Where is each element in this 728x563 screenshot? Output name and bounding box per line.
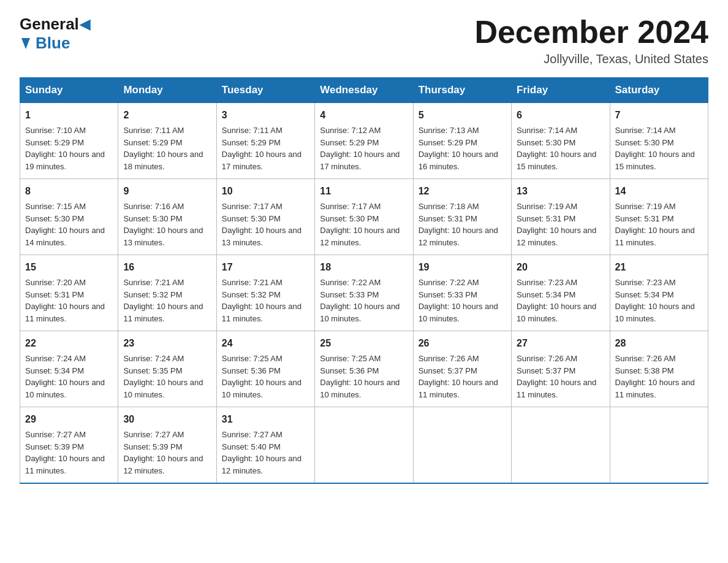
day-number: 9	[123, 184, 211, 199]
calendar-cell: 11Sunrise: 7:17 AMSunset: 5:30 PMDayligh…	[315, 179, 413, 255]
calendar-cell: 24Sunrise: 7:25 AMSunset: 5:36 PMDayligh…	[216, 331, 314, 407]
day-info: Sunrise: 7:26 AMSunset: 5:37 PMDaylight:…	[517, 354, 596, 399]
day-info: Sunrise: 7:10 AMSunset: 5:29 PMDaylight:…	[25, 126, 105, 171]
header-thursday: Thursday	[413, 78, 511, 103]
calendar-cell: 18Sunrise: 7:22 AMSunset: 5:33 PMDayligh…	[315, 255, 413, 331]
calendar-cell: 16Sunrise: 7:21 AMSunset: 5:32 PMDayligh…	[118, 255, 216, 331]
day-number: 23	[123, 336, 211, 351]
day-info: Sunrise: 7:11 AMSunset: 5:29 PMDaylight:…	[123, 126, 203, 171]
calendar-cell: 20Sunrise: 7:23 AMSunset: 5:34 PMDayligh…	[512, 255, 610, 331]
logo-general-text: General	[20, 15, 79, 34]
day-number: 11	[320, 184, 408, 199]
header-monday: Monday	[118, 78, 216, 103]
day-info: Sunrise: 7:13 AMSunset: 5:29 PMDaylight:…	[419, 126, 498, 171]
day-info: Sunrise: 7:19 AMSunset: 5:31 PMDaylight:…	[615, 202, 695, 247]
calendar-cell: 25Sunrise: 7:25 AMSunset: 5:36 PMDayligh…	[315, 331, 413, 407]
calendar-cell: 31Sunrise: 7:27 AMSunset: 5:40 PMDayligh…	[216, 407, 314, 484]
header-saturday: Saturday	[610, 78, 708, 103]
day-number: 13	[517, 184, 604, 199]
calendar-cell	[315, 407, 413, 484]
calendar-cell: 2Sunrise: 7:11 AMSunset: 5:29 PMDaylight…	[118, 103, 216, 179]
calendar-subtitle: Jollyville, Texas, United States	[474, 52, 708, 66]
day-number: 22	[25, 336, 113, 351]
day-number: 12	[419, 184, 506, 199]
day-number: 15	[25, 260, 113, 275]
day-info: Sunrise: 7:26 AMSunset: 5:37 PMDaylight:…	[419, 354, 498, 399]
calendar-cell: 1Sunrise: 7:10 AMSunset: 5:29 PMDaylight…	[20, 103, 118, 179]
day-info: Sunrise: 7:22 AMSunset: 5:33 PMDaylight:…	[419, 278, 498, 323]
logo: General ◀ Blue	[20, 15, 90, 53]
calendar-cell: 14Sunrise: 7:19 AMSunset: 5:31 PMDayligh…	[610, 179, 708, 255]
calendar-week-1: 1Sunrise: 7:10 AMSunset: 5:29 PMDaylight…	[20, 103, 708, 179]
day-info: Sunrise: 7:20 AMSunset: 5:31 PMDaylight:…	[25, 278, 105, 323]
calendar-cell	[610, 407, 708, 484]
day-info: Sunrise: 7:21 AMSunset: 5:32 PMDaylight:…	[123, 278, 203, 323]
calendar-cell: 6Sunrise: 7:14 AMSunset: 5:30 PMDaylight…	[512, 103, 610, 179]
calendar-cell: 27Sunrise: 7:26 AMSunset: 5:37 PMDayligh…	[512, 331, 610, 407]
calendar-cell: 17Sunrise: 7:21 AMSunset: 5:32 PMDayligh…	[216, 255, 314, 331]
day-number: 18	[320, 260, 408, 275]
calendar-cell: 5Sunrise: 7:13 AMSunset: 5:29 PMDaylight…	[413, 103, 511, 179]
calendar-cell: 23Sunrise: 7:24 AMSunset: 5:35 PMDayligh…	[118, 331, 216, 407]
calendar-cell: 26Sunrise: 7:26 AMSunset: 5:37 PMDayligh…	[413, 331, 511, 407]
day-info: Sunrise: 7:27 AMSunset: 5:40 PMDaylight:…	[222, 430, 301, 475]
day-number: 16	[123, 260, 211, 275]
calendar-week-5: 29Sunrise: 7:27 AMSunset: 5:39 PMDayligh…	[20, 407, 708, 484]
calendar-cell: 30Sunrise: 7:27 AMSunset: 5:39 PMDayligh…	[118, 407, 216, 484]
calendar-cell: 10Sunrise: 7:17 AMSunset: 5:30 PMDayligh…	[216, 179, 314, 255]
day-number: 19	[419, 260, 506, 275]
day-info: Sunrise: 7:15 AMSunset: 5:30 PMDaylight:…	[25, 202, 105, 247]
day-info: Sunrise: 7:14 AMSunset: 5:30 PMDaylight:…	[615, 126, 695, 171]
header-wednesday: Wednesday	[315, 78, 413, 103]
day-number: 27	[517, 336, 604, 351]
day-number: 29	[25, 412, 113, 427]
calendar-week-4: 22Sunrise: 7:24 AMSunset: 5:34 PMDayligh…	[20, 331, 708, 407]
day-number: 3	[222, 108, 309, 123]
calendar-cell	[512, 407, 610, 484]
calendar-cell: 15Sunrise: 7:20 AMSunset: 5:31 PMDayligh…	[20, 255, 118, 331]
calendar-cell: 9Sunrise: 7:16 AMSunset: 5:30 PMDaylight…	[118, 179, 216, 255]
day-info: Sunrise: 7:21 AMSunset: 5:32 PMDaylight:…	[222, 278, 301, 323]
day-number: 17	[222, 260, 309, 275]
calendar-cell	[413, 407, 511, 484]
calendar-cell: 4Sunrise: 7:12 AMSunset: 5:29 PMDaylight…	[315, 103, 413, 179]
calendar-week-2: 8Sunrise: 7:15 AMSunset: 5:30 PMDaylight…	[20, 179, 708, 255]
day-info: Sunrise: 7:25 AMSunset: 5:36 PMDaylight:…	[222, 354, 301, 399]
day-info: Sunrise: 7:19 AMSunset: 5:31 PMDaylight:…	[517, 202, 596, 247]
header-tuesday: Tuesday	[216, 78, 314, 103]
day-info: Sunrise: 7:18 AMSunset: 5:31 PMDaylight:…	[419, 202, 498, 247]
day-number: 2	[123, 108, 211, 123]
day-info: Sunrise: 7:17 AMSunset: 5:30 PMDaylight:…	[320, 202, 400, 247]
day-number: 4	[320, 108, 408, 123]
day-number: 20	[517, 260, 604, 275]
day-info: Sunrise: 7:26 AMSunset: 5:38 PMDaylight:…	[615, 354, 695, 399]
day-info: Sunrise: 7:23 AMSunset: 5:34 PMDaylight:…	[517, 278, 596, 323]
calendar-cell: 13Sunrise: 7:19 AMSunset: 5:31 PMDayligh…	[512, 179, 610, 255]
calendar-cell: 12Sunrise: 7:18 AMSunset: 5:31 PMDayligh…	[413, 179, 511, 255]
day-number: 7	[615, 108, 703, 123]
day-info: Sunrise: 7:22 AMSunset: 5:33 PMDaylight:…	[320, 278, 400, 323]
header-sunday: Sunday	[20, 78, 118, 103]
calendar-cell: 19Sunrise: 7:22 AMSunset: 5:33 PMDayligh…	[413, 255, 511, 331]
day-number: 28	[615, 336, 703, 351]
day-info: Sunrise: 7:24 AMSunset: 5:35 PMDaylight:…	[123, 354, 203, 399]
day-info: Sunrise: 7:27 AMSunset: 5:39 PMDaylight:…	[123, 430, 203, 475]
page-header: General ◀ Blue December 2024 Jollyville,…	[20, 15, 708, 66]
day-number: 26	[419, 336, 506, 351]
day-number: 30	[123, 412, 211, 427]
day-number: 6	[517, 108, 604, 123]
calendar-week-3: 15Sunrise: 7:20 AMSunset: 5:31 PMDayligh…	[20, 255, 708, 331]
day-number: 10	[222, 184, 309, 199]
day-info: Sunrise: 7:11 AMSunset: 5:29 PMDaylight:…	[222, 126, 301, 171]
calendar-cell: 22Sunrise: 7:24 AMSunset: 5:34 PMDayligh…	[20, 331, 118, 407]
day-number: 14	[615, 184, 703, 199]
logo-blue-text: Blue	[36, 34, 70, 53]
calendar-body: 1Sunrise: 7:10 AMSunset: 5:29 PMDaylight…	[20, 103, 708, 484]
calendar-cell: 7Sunrise: 7:14 AMSunset: 5:30 PMDaylight…	[610, 103, 708, 179]
day-info: Sunrise: 7:25 AMSunset: 5:36 PMDaylight:…	[320, 354, 400, 399]
day-info: Sunrise: 7:24 AMSunset: 5:34 PMDaylight:…	[25, 354, 105, 399]
day-number: 1	[25, 108, 113, 123]
calendar-table: Sunday Monday Tuesday Wednesday Thursday…	[20, 77, 708, 484]
day-info: Sunrise: 7:12 AMSunset: 5:29 PMDaylight:…	[320, 126, 400, 171]
day-number: 8	[25, 184, 113, 199]
